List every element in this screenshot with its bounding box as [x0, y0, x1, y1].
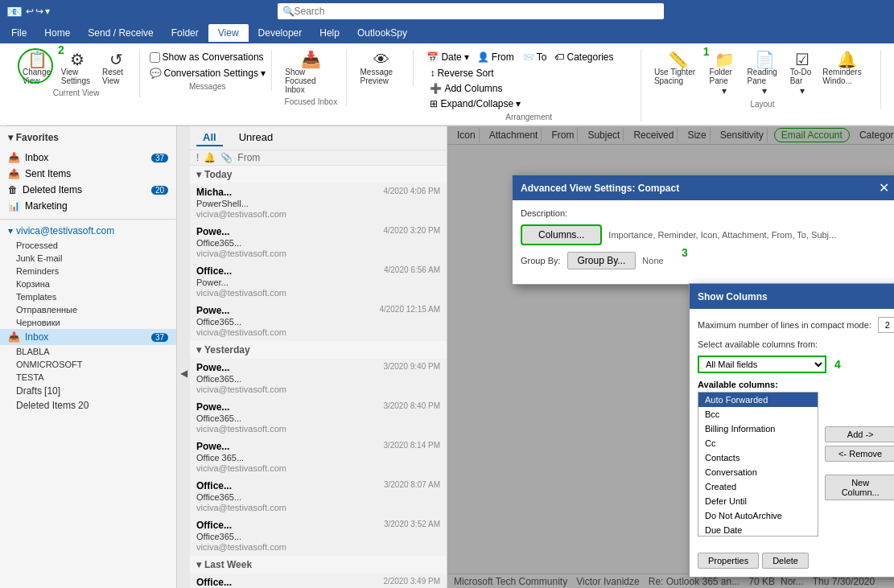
use-tighter-spacing-btn[interactable]: 📏 Use Tighter Spacing — [651, 50, 705, 87]
email-item-2[interactable]: Office... 4/2020 6:56 AM Power... viciva… — [190, 262, 447, 302]
email-item-4[interactable]: Powe... 3/2020 9:40 PM Office365... vici… — [190, 359, 447, 398]
email-item-0[interactable]: Micha... 4/2020 4:06 PM PowerShell... vi… — [190, 183, 447, 223]
sidebar-item-chernoviki[interactable]: Черновики — [0, 316, 176, 329]
advanced-view-dialog: Advanced View Settings: Compact ✕ Descri… — [512, 175, 894, 285]
menu-folder[interactable]: Folder — [163, 26, 207, 40]
account-header[interactable]: ▾ vivica@testivasoft.com — [0, 223, 176, 239]
new-column-btn[interactable]: New Column... — [825, 475, 894, 500]
sidebar-item-korzina[interactable]: Корзина — [0, 278, 176, 290]
conversation-settings-btn[interactable]: 💬 Conversation Settings ▾ — [146, 66, 269, 80]
col-item-duedate[interactable]: Due Date — [698, 523, 818, 537]
menu-file[interactable]: File — [3, 26, 35, 40]
delete-btn[interactable]: Delete — [762, 553, 809, 569]
inbox2-label: Inbox — [25, 331, 48, 343]
to-btn[interactable]: 📨 To — [519, 50, 550, 64]
expand-collapse-btn[interactable]: ⊞ Expand/Collapse ▾ — [426, 97, 524, 111]
sidebar-item-marketing[interactable]: 📊 Marketing — [0, 198, 176, 214]
show-conversations-checkbox[interactable] — [150, 52, 160, 63]
email-item-7[interactable]: Office... 3/2020 8:07 AM Office365... vi… — [190, 477, 447, 516]
categories-icon: 🏷 — [554, 51, 564, 63]
sidebar-item-junk[interactable]: Junk E-mail — [0, 252, 176, 265]
sidebar-item-reminders[interactable]: Reminders — [0, 265, 176, 278]
ribbon-group-layout: 📏 Use Tighter Spacing 1 📁 Folder Pane ▾ … — [645, 50, 881, 109]
undo-btn[interactable]: ↩ — [26, 6, 34, 17]
search-input[interactable] — [295, 6, 659, 17]
tab-unread[interactable]: Unread — [233, 130, 280, 146]
col-item-created[interactable]: Created — [698, 479, 818, 494]
col-item-conversation[interactable]: Conversation — [698, 465, 818, 479]
col-item-defer[interactable]: Defer Until — [698, 494, 818, 508]
tab-all[interactable]: All — [196, 130, 223, 146]
menu-outlookspy[interactable]: OutlookSpy — [349, 26, 415, 40]
menu-help[interactable]: Help — [311, 26, 348, 40]
date-btn[interactable]: 📅 Date ▾ — [423, 50, 472, 64]
sidebar-item-otpravlennie[interactable]: Отправленные — [0, 303, 176, 316]
email-item-8[interactable]: Office... 3/2020 3:52 AM Office365... vi… — [190, 516, 447, 556]
todo-bar-btn[interactable]: ☑ To-Do Bar ▾ — [787, 50, 818, 98]
sidebar-subitem-testa[interactable]: TESTA — [0, 371, 176, 384]
menu-view[interactable]: View — [208, 24, 249, 42]
sidebar-item-sent[interactable]: 📤 Sent Items — [0, 166, 176, 182]
search-bar[interactable]: 🔍 — [278, 3, 664, 19]
redo-btn[interactable]: ↪ — [35, 6, 43, 17]
reminders-window-btn[interactable]: 🔔 Reminders Windo... — [819, 50, 874, 87]
available-cols-list[interactable]: Auto Forwarded Bcc Billing Information C… — [698, 392, 818, 537]
advanced-view-close-btn[interactable]: ✕ — [879, 180, 889, 195]
message-preview-btn[interactable]: 👁 Message Preview — [356, 50, 406, 87]
add-btn[interactable]: Add -> — [825, 426, 894, 442]
col-bell: 🔔 — [204, 152, 216, 163]
sidebar-item-inbox2[interactable]: 📥 Inbox 37 — [0, 329, 176, 345]
spacing-icon: 📏 — [668, 51, 688, 68]
show-conversations-btn[interactable]: Show as Conversations — [146, 50, 267, 64]
reverse-sort-btn[interactable]: ↕ Reverse Sort — [426, 66, 524, 80]
col-item-bcc[interactable]: Bcc — [698, 407, 818, 421]
properties-btn[interactable]: Properties — [698, 553, 759, 569]
sidebar-collapse-btn[interactable]: ◀ — [177, 126, 190, 588]
sidebar-subitem-onmicrosoft[interactable]: ONMICROSOFT — [0, 358, 176, 371]
select-from-dropdown[interactable]: All Mail fields — [698, 356, 826, 373]
subject-0: PowerShell... — [196, 199, 422, 208]
favorites-chevron[interactable]: ▾ — [8, 132, 13, 143]
remove-btn[interactable]: <- Remove — [825, 446, 894, 462]
group-yesterday: ▾ Yesterday — [190, 341, 447, 359]
col-item-contacts[interactable]: Contacts — [698, 450, 818, 465]
col-item-billing[interactable]: Billing Information — [698, 421, 818, 436]
change-view-btn[interactable]: 📋 Change View — [19, 50, 56, 87]
sidebar-subitem-blabla[interactable]: BLABLA — [0, 345, 176, 358]
email-item-6[interactable]: Powe... 3/2020 8:14 PM Office 365... vic… — [190, 438, 447, 477]
email-item-3[interactable]: Powe... 4/2020 12:15 AM Office365... vic… — [190, 302, 447, 341]
col-item-auto-forwarded[interactable]: Auto Forwarded — [698, 393, 818, 407]
menu-home[interactable]: Home — [36, 26, 78, 40]
folder-pane-btn[interactable]: 📁 Folder Pane ▾ — [707, 50, 743, 98]
sidebar-item-deleted2[interactable]: Deleted Items 20 — [0, 398, 176, 413]
sidebar-item-inbox[interactable]: 📥 Inbox 37 — [0, 150, 176, 166]
reverse-sort-icon: ↕ — [430, 68, 435, 79]
email-list-scroll[interactable]: ▾ Today Micha... 4/2020 4:06 PM PowerShe… — [190, 166, 447, 588]
categories-btn[interactable]: 🏷 Categories — [551, 50, 616, 64]
sidebar-item-processed[interactable]: Processed — [0, 239, 176, 252]
sidebar-item-deleted[interactable]: 🗑 Deleted Items 20 — [0, 182, 176, 198]
show-focused-inbox-btn[interactable]: 📥 Show Focused Inbox — [282, 50, 340, 96]
columns-btn[interactable]: Columns... — [521, 224, 602, 245]
max-lines-select[interactable]: 2 — [878, 317, 894, 333]
sender-1: Powe... — [196, 226, 229, 237]
menu-developer[interactable]: Developer — [250, 26, 311, 40]
sidebar-item-templates[interactable]: Templates — [0, 290, 176, 303]
date-1: 4/2020 3:20 PM — [383, 226, 440, 237]
col-item-cc[interactable]: Cc — [698, 436, 818, 450]
columns-section: Available columns: Auto Forwarded Bcc Bi… — [698, 380, 894, 546]
from-btn[interactable]: 👤 From — [474, 50, 517, 64]
email-item-9[interactable]: Office... 2/2020 3:49 PM Office365... vi… — [190, 574, 447, 588]
group-by-btn[interactable]: Group By... — [567, 252, 637, 269]
email-item-5[interactable]: Powe... 3/2020 8:40 PM Office365... vici… — [190, 398, 447, 438]
reading-pane-btn[interactable]: 📄 Reading Pane ▾ — [744, 50, 785, 98]
sidebar-item-drafts[interactable]: Drafts [10] — [0, 384, 176, 398]
menu-send-receive[interactable]: Send / Receive — [80, 26, 161, 40]
reverse-sort-label: Reverse Sort — [437, 68, 493, 79]
reset-view-btn[interactable]: ↺ Reset View — [99, 50, 133, 87]
to-icon: 📨 — [522, 51, 534, 63]
add-columns-btn[interactable]: ➕ Add Columns — [426, 81, 524, 96]
col-item-donotautoarchive[interactable]: Do Not AutoArchive — [698, 508, 818, 523]
col-from: From — [237, 152, 260, 163]
email-item-1[interactable]: Powe... 4/2020 3:20 PM Office365... vici… — [190, 223, 447, 262]
